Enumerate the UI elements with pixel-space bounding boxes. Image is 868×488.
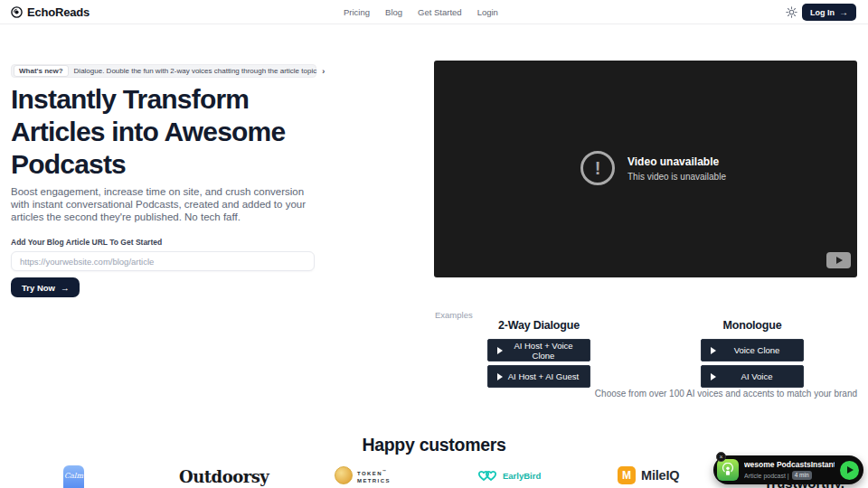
widget-subtitle-text: Article podcast | bbox=[744, 473, 789, 479]
video-unavailable-subtitle: This video is unavailable bbox=[627, 172, 726, 182]
login-button-label: Log In bbox=[810, 8, 835, 17]
title-line-2: Articles into Awesome bbox=[11, 116, 316, 148]
voices-note: Choose from over 100 AI voices and accen… bbox=[595, 389, 857, 399]
trademark-glyph: ™ bbox=[382, 469, 386, 474]
main-nav: Pricing Blog Get Started Login bbox=[344, 0, 498, 24]
play-voice-clone-button[interactable]: Voice Clone bbox=[701, 339, 804, 361]
hero-section: What's new? Dialogue. Double the fun wit… bbox=[11, 61, 316, 297]
token-line2: METRICS bbox=[357, 478, 391, 483]
page-title: Instantly Transform Articles into Awesom… bbox=[11, 83, 316, 181]
token-metrics-icon bbox=[335, 466, 353, 484]
chevron-right-icon: › bbox=[322, 67, 325, 76]
example-button-label: AI Voice bbox=[716, 371, 803, 381]
banner-text: Dialogue. Double the fun with 2-way voic… bbox=[74, 67, 317, 75]
play-ai-host-ai-guest-button[interactable]: AI Host + AI Guest bbox=[487, 365, 590, 388]
try-now-button[interactable]: Try Now → bbox=[11, 277, 80, 297]
play-ai-voice-button[interactable]: AI Voice bbox=[701, 365, 804, 388]
marquee-left: wesome Podcasts bbox=[744, 460, 811, 469]
widget-play-button[interactable] bbox=[840, 461, 859, 480]
title-line-1: Instantly Transform bbox=[11, 83, 316, 116]
mileiq-logo-text: MileIQ bbox=[641, 468, 679, 483]
example-group-title: 2-Way Dialogue bbox=[487, 319, 590, 332]
brand[interactable]: EchoReads bbox=[11, 0, 90, 24]
widget-close-button[interactable]: × bbox=[716, 452, 726, 462]
widget-subtitle: Article podcast | 4 min bbox=[744, 471, 835, 480]
customer-logo-mileiq: M MileIQ bbox=[618, 466, 679, 484]
nav-pricing[interactable]: Pricing bbox=[344, 7, 370, 17]
echoreads-logo-icon bbox=[11, 6, 23, 18]
widget-text: wesome Podcasts Instantl Article podcast… bbox=[744, 460, 835, 480]
duration-badge: 4 min bbox=[792, 471, 812, 480]
nav-blog[interactable]: Blog bbox=[385, 7, 402, 17]
exclamation-glyph: ! bbox=[595, 158, 601, 179]
example-group-monologue: Monologue Voice Clone AI Voice bbox=[701, 319, 804, 391]
example-group-title: Monologue bbox=[701, 319, 804, 332]
video-message-text: Video unavailable This video is unavaila… bbox=[627, 155, 726, 182]
hero-description: Boost engagement, increase time on site,… bbox=[11, 185, 309, 223]
title-line-3: Podcasts bbox=[11, 148, 316, 181]
arrow-right-icon: → bbox=[839, 7, 848, 17]
widget-title-marquee: wesome Podcasts Instantl bbox=[744, 460, 835, 469]
customer-logo-outdoorsy: Outdoorsy bbox=[179, 467, 269, 486]
article-url-input[interactable] bbox=[11, 251, 315, 271]
whats-new-badge: What's new? bbox=[14, 65, 69, 77]
nav-login[interactable]: Login bbox=[477, 7, 498, 17]
play-icon bbox=[836, 257, 843, 264]
alert-circle-icon: ! bbox=[580, 151, 615, 185]
close-icon: × bbox=[719, 454, 722, 460]
podcast-app-icon bbox=[717, 459, 739, 481]
try-now-label: Try Now bbox=[22, 283, 55, 293]
mileiq-m-icon: M bbox=[618, 466, 636, 484]
play-ai-host-voice-clone-button[interactable]: AI Host + Voice Clone bbox=[487, 339, 590, 361]
video-error-message: ! Video unavailable This video is unavai… bbox=[580, 151, 726, 185]
token-metrics-text: TOKEN™ METRICS bbox=[357, 468, 391, 484]
login-button[interactable]: Log In → bbox=[802, 4, 856, 21]
example-button-label: AI Host + AI Guest bbox=[503, 371, 590, 381]
example-button-label: Voice Clone bbox=[716, 345, 803, 355]
customer-logo-earlybird: EarlyBird bbox=[477, 469, 541, 482]
calm-logo-text: Calm bbox=[64, 472, 83, 488]
header: EchoReads Pricing Blog Get Started Login… bbox=[0, 0, 868, 24]
whats-new-banner[interactable]: What's new? Dialogue. Double the fun wit… bbox=[11, 64, 316, 78]
theme-toggle-button[interactable] bbox=[785, 5, 797, 18]
examples-label: Examples bbox=[435, 310, 473, 320]
earlybird-hearts-icon bbox=[477, 469, 497, 482]
nav-get-started[interactable]: Get Started bbox=[418, 7, 462, 17]
example-group-dialogue: 2-Way Dialogue AI Host + Voice Clone AI … bbox=[487, 319, 590, 391]
brand-name: EchoReads bbox=[27, 5, 90, 19]
earlybird-logo-text: EarlyBird bbox=[503, 471, 541, 481]
marquee-right: Instantl bbox=[811, 460, 835, 469]
token-line1: TOKEN bbox=[357, 471, 382, 476]
video-unavailable-title: Video unavailable bbox=[627, 155, 726, 168]
play-icon bbox=[847, 466, 854, 474]
happy-customers-heading: Happy customers bbox=[0, 435, 868, 455]
url-input-label: Add Your Blog Article URL To Get Started bbox=[11, 238, 316, 247]
sun-icon bbox=[786, 6, 797, 18]
arrow-right-icon: → bbox=[61, 283, 70, 293]
customer-logo-token-metrics: TOKEN™ METRICS bbox=[335, 466, 391, 484]
podcast-player-widget: × wesome Podcasts Instantl Article podca… bbox=[713, 455, 863, 484]
video-player[interactable]: ! Video unavailable This video is unavai… bbox=[434, 61, 857, 277]
example-button-label: AI Host + Voice Clone bbox=[503, 341, 590, 361]
video-play-button[interactable] bbox=[826, 252, 851, 268]
customer-logo-calm: Calm bbox=[63, 465, 84, 488]
